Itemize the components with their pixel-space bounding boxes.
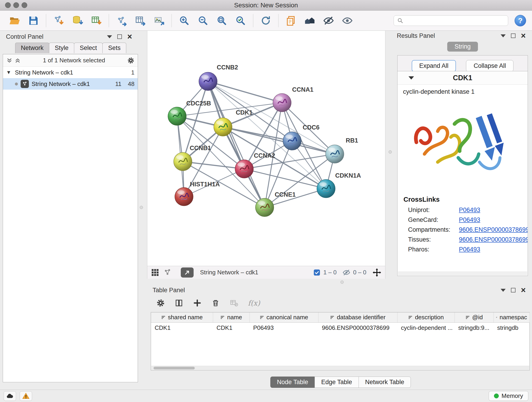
cell-id[interactable]: stringdb:9... xyxy=(455,322,494,333)
float-panel-icon[interactable] xyxy=(498,286,508,294)
import-network-file-button[interactable] xyxy=(50,12,67,29)
results-scrollbar[interactable] xyxy=(398,272,527,275)
right-splitter-handle[interactable] xyxy=(389,150,392,153)
selected-checkbox-icon[interactable] xyxy=(313,269,321,276)
tab-network[interactable]: Network xyxy=(15,43,49,53)
export-network-button[interactable] xyxy=(113,12,130,29)
toolbar-separator xyxy=(46,14,46,27)
tab-edge-table[interactable]: Edge Table xyxy=(315,376,359,388)
show-all-windows-button[interactable] xyxy=(301,12,318,29)
hidden-counter: 0 – 0 xyxy=(353,269,366,276)
column-header[interactable]: @id xyxy=(455,313,494,322)
left-splitter-handle[interactable] xyxy=(140,206,143,209)
crosslink-row: Pharos: P06493 xyxy=(398,245,528,254)
column-header[interactable]: description xyxy=(397,313,455,322)
cell-name[interactable]: CDK1 xyxy=(213,322,249,333)
tab-style[interactable]: Style xyxy=(49,43,74,53)
hide-selected-button[interactable] xyxy=(320,12,337,29)
detach-view-button[interactable] xyxy=(181,268,194,278)
tab-select[interactable]: Select xyxy=(74,43,103,53)
network-glyph-icon[interactable] xyxy=(163,268,172,277)
network-canvas[interactable]: CCNB2CCNA1CDC25BCDK1CDC6RB1CCNB1CCNA2CDK… xyxy=(147,31,386,266)
add-column-plus-icon[interactable] xyxy=(193,299,202,307)
cell-canonical-name[interactable]: P06493 xyxy=(249,322,318,333)
export-table-button[interactable] xyxy=(132,12,149,29)
cell-namespace[interactable]: stringdb xyxy=(494,322,530,333)
maximize-panel-icon[interactable] xyxy=(508,32,518,40)
network-selection-row: 1 of 1 Network selected xyxy=(3,54,138,67)
float-panel-icon[interactable] xyxy=(498,32,508,40)
network-edge[interactable] xyxy=(208,81,335,154)
crosslink-link[interactable]: 9606.ENSP00000378699 xyxy=(459,236,528,243)
zoom-out-button[interactable] xyxy=(194,12,212,29)
column-header[interactable]: name xyxy=(213,313,249,322)
export-image-button[interactable] xyxy=(150,12,168,29)
cell-description[interactable]: cyclin-dependent ... xyxy=(397,322,455,333)
refresh-button[interactable] xyxy=(257,12,274,29)
close-panel-icon[interactable]: × xyxy=(518,286,528,294)
zoom-selected-button[interactable] xyxy=(232,12,249,29)
table-row[interactable]: CDK1 CDK1 P06493 9606.ENSP00000378699 cy… xyxy=(151,322,530,333)
cell-shared-name[interactable]: CDK1 xyxy=(151,322,213,333)
gear-icon[interactable] xyxy=(127,57,134,64)
export-network-icon xyxy=(116,15,127,26)
tree-expander-icon[interactable]: ▼ xyxy=(6,70,12,75)
search-field[interactable] xyxy=(394,15,508,26)
crosslink-link[interactable]: P06493 xyxy=(459,206,480,214)
node-highlight xyxy=(328,148,336,152)
network-item-row[interactable]: String Network – cdk1 11 48 xyxy=(3,78,138,89)
collapse-triangle-icon[interactable] xyxy=(409,76,414,80)
show-columns-icon[interactable] xyxy=(175,299,183,307)
warnings-button[interactable] xyxy=(20,391,32,401)
horizontal-scrollbar[interactable] xyxy=(151,366,529,370)
tab-network-table[interactable]: Network Table xyxy=(359,376,411,388)
protein-card-header[interactable]: CDK1 xyxy=(398,71,528,85)
network-edge[interactable] xyxy=(208,81,265,207)
zoom-selected-icon xyxy=(235,15,246,26)
tab-node-table[interactable]: Node Table xyxy=(270,376,315,388)
table-settings-gear-icon[interactable] xyxy=(156,299,165,307)
close-panel-icon[interactable]: × xyxy=(125,32,135,41)
crosslink-label: GeneCard: xyxy=(408,216,459,223)
import-network-database-button[interactable] xyxy=(69,12,86,29)
bottom-splitter-handle[interactable] xyxy=(341,281,344,284)
search-input[interactable] xyxy=(406,17,505,25)
import-table-button[interactable] xyxy=(88,12,105,29)
copy-views-button[interactable] xyxy=(282,12,300,29)
expand-all-chevrons-icon[interactable] xyxy=(6,57,13,64)
birds-eye-grid-icon[interactable] xyxy=(151,268,159,277)
pan-crosshair-icon[interactable] xyxy=(372,268,381,277)
zoom-in-button[interactable] xyxy=(176,12,193,29)
save-session-button[interactable] xyxy=(25,12,42,29)
crosslink-link[interactable]: P06493 xyxy=(459,216,480,223)
memory-button[interactable]: Memory xyxy=(489,391,528,401)
help-button[interactable]: ? xyxy=(515,15,526,26)
scrollbar-thumb[interactable] xyxy=(153,367,195,370)
maximize-panel-icon[interactable] xyxy=(508,286,518,294)
cloud-status-button[interactable] xyxy=(4,391,16,401)
crosslink-link[interactable]: 9606.ENSP00000378699 xyxy=(459,226,528,233)
column-header[interactable]: canonical name xyxy=(249,313,318,322)
cell-database-identifier[interactable]: 9606.ENSP00000378699 xyxy=(318,322,397,333)
collapse-all-button[interactable]: Collapse All xyxy=(466,60,513,72)
string-tab-badge[interactable]: String xyxy=(447,42,478,51)
column-header[interactable]: namespac xyxy=(494,313,530,322)
network-collection-row[interactable]: ▼ String Network – cdk1 1 xyxy=(3,67,138,78)
network-edge[interactable] xyxy=(208,81,282,103)
delete-column-trash-icon[interactable] xyxy=(211,299,220,307)
hidden-eye-icon[interactable] xyxy=(342,269,350,276)
open-session-button[interactable] xyxy=(6,12,23,29)
zoom-fit-button[interactable] xyxy=(213,12,230,29)
close-panel-icon[interactable]: × xyxy=(518,32,528,40)
maximize-panel-icon[interactable] xyxy=(114,32,125,41)
toolbar-separator xyxy=(253,14,253,27)
tab-sets[interactable]: Sets xyxy=(102,43,126,53)
show-hidden-button[interactable] xyxy=(339,12,356,29)
column-header[interactable]: shared name xyxy=(151,313,213,322)
function-builder-icon[interactable]: f(x) xyxy=(248,299,260,307)
collapse-all-chevrons-icon[interactable] xyxy=(14,57,21,64)
float-panel-icon[interactable] xyxy=(104,32,114,41)
column-header[interactable]: database identifier xyxy=(318,313,397,322)
expand-all-button[interactable]: Expand All xyxy=(412,60,456,72)
crosslink-link[interactable]: P06493 xyxy=(459,246,480,253)
